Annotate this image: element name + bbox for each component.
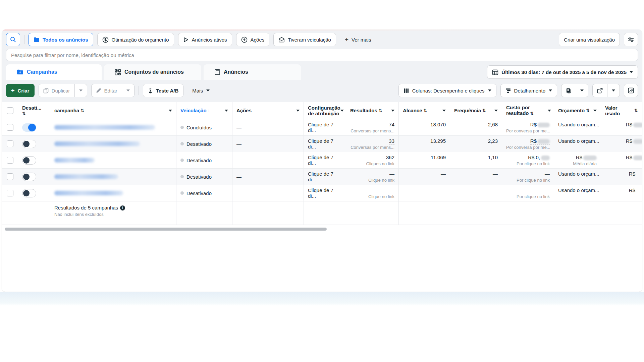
table-row: Desativado — Clique de 7 di... —Clique n… xyxy=(2,185,642,201)
column-header-acoes[interactable]: Ações xyxy=(232,102,304,119)
tab-anuncios[interactable]: Anúncios xyxy=(204,64,301,80)
ver-mais-button[interactable]: + Ver mais xyxy=(340,33,376,46)
select-all-checkbox[interactable] xyxy=(7,107,13,114)
campaign-toggle[interactable] xyxy=(22,173,36,181)
scrollbar-thumb[interactable] xyxy=(5,228,327,231)
redacted-campaign-name xyxy=(54,174,118,179)
date-range-button[interactable]: Últimos 30 dias: 7 de out de 2025 a 5 de… xyxy=(487,65,638,79)
tab-conjuntos-de-anuncios[interactable]: Conjuntos de anúncios xyxy=(104,64,201,80)
column-header-alcance[interactable]: Alcance⇅ xyxy=(399,102,450,119)
filters-settings-button[interactable] xyxy=(624,33,638,46)
acoes-value: — xyxy=(236,141,241,147)
search-filter-button[interactable] xyxy=(6,33,20,46)
cost-per-result[interactable]: R$ xyxy=(530,122,550,128)
filter-tiveram-veiculacao[interactable]: Tiveram veiculação xyxy=(273,33,336,46)
campaign-toggle[interactable] xyxy=(22,140,36,148)
filter-anuncios-ativos[interactable]: Anúncios ativos xyxy=(178,33,232,46)
reports-caret-button[interactable] xyxy=(576,84,588,97)
column-header-campanha[interactable]: campanha⇅ xyxy=(50,102,176,119)
filter-caret-icon[interactable] xyxy=(442,110,446,112)
attribution-setting: Clique de 7 di... xyxy=(308,171,342,182)
column-header-valor-usado[interactable]: Valor usado⇅ xyxy=(601,102,642,119)
row-checkbox[interactable] xyxy=(7,190,13,196)
status-dot xyxy=(180,142,184,145)
filter-caret-icon[interactable] xyxy=(296,110,300,112)
row-checkbox[interactable] xyxy=(7,140,13,147)
row-checkbox[interactable] xyxy=(7,157,13,164)
tab-campanhas[interactable]: Campanhas xyxy=(6,64,102,80)
column-header-orcamento[interactable]: Orçamento⇅ xyxy=(554,102,601,119)
horizontal-scrollbar[interactable] xyxy=(5,228,642,231)
cost-per-result: — xyxy=(506,187,550,194)
campaign-name-cell[interactable] xyxy=(50,152,176,168)
campaigns-table: Desati...⇅ campanha⇅ Veiculação↑ Ações C… xyxy=(2,102,642,292)
editar-caret-button[interactable] xyxy=(122,84,134,97)
filter-otimizacao-orcamento[interactable]: Otimização do orçamento xyxy=(97,33,174,46)
column-header-desativar[interactable]: Desati...⇅ xyxy=(18,102,50,119)
campaign-name-cell[interactable] xyxy=(50,136,176,152)
budget-value: Usando o orçam... xyxy=(558,187,597,194)
campaign-toggle[interactable] xyxy=(22,123,36,132)
table-row: Desativado — Clique de 7 di... —Clique n… xyxy=(2,169,642,185)
teste-ab-button[interactable]: Teste A/B xyxy=(143,84,184,97)
chevron-down-icon xyxy=(206,89,210,92)
budget-value: Usando o orçam... xyxy=(558,138,597,144)
filter-caret-icon[interactable] xyxy=(548,110,551,112)
column-header-configuracao[interactable]: Configuraçãode atribuição xyxy=(304,102,346,119)
filter-label: Ações xyxy=(251,37,265,43)
campaign-toggle[interactable] xyxy=(22,189,36,197)
create-view-label: Criar uma visualização xyxy=(564,37,615,43)
column-header-resultados[interactable]: Resultados⇅ xyxy=(346,102,399,119)
campaign-toggle[interactable] xyxy=(22,156,36,165)
reports-button[interactable] xyxy=(561,84,576,97)
budget-value: R$ xyxy=(558,154,597,161)
create-view-button[interactable]: Criar uma visualização xyxy=(559,33,620,46)
divider xyxy=(24,35,24,44)
play-icon xyxy=(183,37,189,43)
campaign-name-cell[interactable] xyxy=(50,185,176,201)
filter-caret-icon[interactable] xyxy=(391,110,394,112)
results-type: Clique no link xyxy=(350,194,394,199)
campaign-name-cell[interactable] xyxy=(50,169,176,185)
plus-icon: + xyxy=(345,36,348,43)
ver-mais-label: Ver mais xyxy=(352,37,371,43)
editar-button[interactable]: Editar xyxy=(92,84,122,97)
acoes-value: — xyxy=(236,125,241,130)
criar-button[interactable]: + Criar xyxy=(6,84,35,97)
duplicar-caret-button[interactable] xyxy=(74,84,87,97)
cost-per-result[interactable]: R$ xyxy=(530,138,550,144)
mais-label: Mais xyxy=(192,88,203,94)
duplicar-button[interactable]: Duplicar xyxy=(39,84,74,97)
filter-caret-icon[interactable] xyxy=(225,110,228,112)
columns-icon xyxy=(404,88,409,93)
date-range-label: Últimos 30 dias: 7 de out de 2025 a 5 de… xyxy=(501,69,627,75)
detalhamento-button[interactable]: Detalhamento xyxy=(500,84,557,97)
results-value[interactable]: 74 xyxy=(389,122,394,128)
filter-caret-icon[interactable] xyxy=(494,110,498,112)
column-header-frequencia[interactable]: Frequência⇅ xyxy=(450,102,502,119)
campaign-name-cell[interactable] xyxy=(50,119,176,135)
charts-button[interactable] xyxy=(624,84,638,97)
info-icon[interactable]: i xyxy=(120,205,125,210)
column-header-veiculacao[interactable]: Veiculação↑ xyxy=(176,102,232,119)
filter-caret-icon[interactable] xyxy=(169,110,172,112)
search-input[interactable] xyxy=(6,49,638,61)
colunas-button[interactable]: Colunas: Desempenho e cliques xyxy=(398,84,496,97)
row-checkbox[interactable] xyxy=(7,124,13,131)
filter-todos-os-anuncios[interactable]: Todos os anúncios xyxy=(29,33,93,46)
row-checkbox[interactable] xyxy=(7,173,13,180)
filter-caret-icon[interactable] xyxy=(340,110,344,112)
results-value[interactable]: 33 xyxy=(389,138,394,144)
export-caret-button[interactable] xyxy=(607,84,620,97)
column-header-custo[interactable]: Custo porresultado⇅ xyxy=(502,102,554,119)
header-label: resultado xyxy=(506,110,529,116)
export-button[interactable] xyxy=(593,84,607,97)
mais-button[interactable]: Mais xyxy=(187,84,214,97)
frequency-value: 2,68 xyxy=(454,121,498,128)
filter-acoes[interactable]: Ações xyxy=(236,33,270,46)
results-value: — xyxy=(350,171,394,177)
filter-caret-icon[interactable] xyxy=(593,110,597,112)
results-value: — xyxy=(350,187,394,194)
search-row xyxy=(6,49,638,61)
tab-label: Anúncios xyxy=(224,69,248,75)
